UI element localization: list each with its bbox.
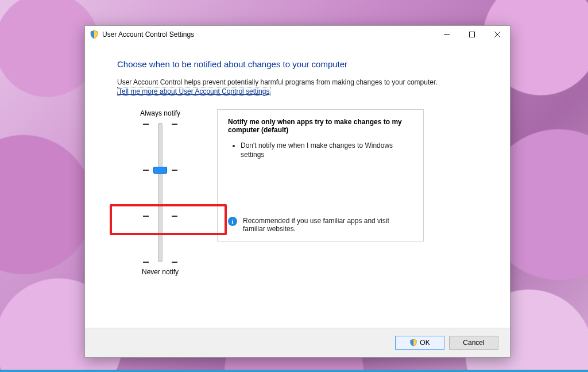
shield-icon [90,30,99,39]
slider-label-top: Always notify [140,109,180,117]
close-button[interactable] [485,26,510,43]
dialog-footer: OK Cancel [85,328,510,357]
setting-description-panel: Notify me only when apps try to make cha… [217,109,424,241]
desktop-background: User Account Control Settings Choose whe… [0,0,588,372]
info-icon: i [228,217,237,226]
recommendation-text: Recommended if you use familiar apps and… [243,217,413,233]
ok-button[interactable]: OK [395,336,444,350]
minimize-button[interactable] [434,26,459,43]
slider-thumb[interactable] [153,167,167,174]
titlebar[interactable]: User Account Control Settings [85,26,510,43]
shield-icon [409,339,417,347]
setting-bullet: Don't notify me when I make changes to W… [241,141,413,159]
ok-button-label: OK [420,339,430,347]
help-link[interactable]: Tell me more about User Account Control … [117,87,270,96]
slider-column: Always notify Never notify [117,109,203,276]
slider-label-bottom: Never notify [142,268,179,276]
intro-text: User Account Control helps prevent poten… [117,78,478,86]
maximize-button[interactable] [459,26,485,43]
annotation-highlight-box [110,204,227,235]
setting-title: Notify me only when apps try to make cha… [228,118,413,134]
recommendation-row: i Recommended if you use familiar apps a… [228,217,413,233]
page-heading: Choose when to be notified about changes… [117,59,478,69]
cancel-button-label: Cancel [463,339,484,347]
notification-level-slider[interactable] [143,121,177,264]
slider-track [158,123,163,262]
content-area: Choose when to be notified about changes… [85,43,510,328]
cancel-button[interactable]: Cancel [449,336,498,350]
svg-rect-0 [470,32,475,37]
uac-settings-window: User Account Control Settings Choose whe… [84,25,510,358]
window-title: User Account Control Settings [102,30,194,39]
